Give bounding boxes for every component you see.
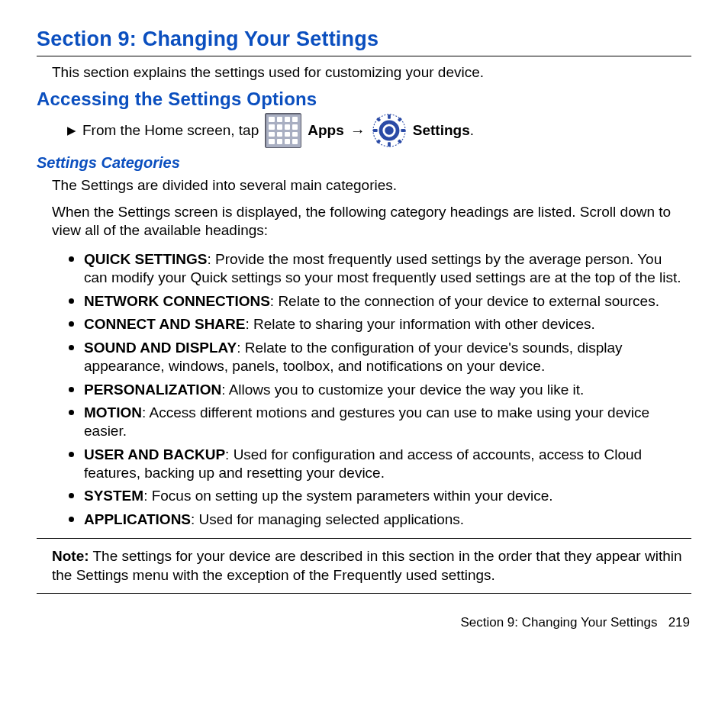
cat-name: QUICK SETTINGS [84,251,208,267]
categories-p2: When the Settings screen is displayed, t… [52,203,691,240]
cat-name: NETWORK CONNECTIONS [84,293,270,309]
svg-rect-5 [388,142,391,147]
categories-list: QUICK SETTINGS: Provide the most frequen… [67,248,691,529]
page-footer: Section 9: Changing Your Settings 219 [37,615,691,630]
settings-label-wrap: Settings. [413,122,474,139]
settings-period: . [470,122,474,138]
svg-rect-8 [376,118,381,122]
settings-gear-icon [372,113,407,148]
list-item: SOUND AND DISPLAY: Relate to the configu… [84,337,684,375]
footer-page-number: 219 [668,615,690,630]
cat-desc: : Access different motions and gestures … [84,404,649,439]
svg-rect-10 [376,139,381,143]
page-container: Section 9: Changing Your Settings This s… [0,0,728,646]
categories-heading: Settings Categories [37,154,691,172]
list-item: APPLICATIONS: Used for managing selected… [84,508,684,529]
cat-name: CONNECT AND SHARE [84,316,245,332]
cat-name: APPLICATIONS [84,511,191,527]
list-item: USER AND BACKUP: Used for configuration … [84,443,684,482]
svg-rect-9 [398,118,402,122]
bullet-triangle-icon: ▶ [67,124,76,137]
section-title: Section 9: Changing Your Settings [37,27,691,51]
list-item: CONNECT AND SHARE: Relate to sharing you… [84,313,684,333]
cat-desc: : Used for managing selected application… [191,511,464,527]
list-item: PERSONALIZATION: Allows you to customize… [84,378,684,399]
footer-section: Section 9: Changing Your Settings [460,615,657,630]
list-item: MOTION: Access different motions and ges… [84,401,684,440]
cat-desc: : Relate to the connection of your devic… [270,293,659,309]
cat-name: PERSONALIZATION [84,382,221,398]
cat-name: USER AND BACKUP [84,446,225,462]
apps-label: Apps [308,122,344,139]
note-block: Note: The settings for your device are d… [37,538,691,594]
step-lead-text: From the Home screen, tap [82,122,259,139]
list-item: QUICK SETTINGS: Provide the most frequen… [84,248,684,287]
step-instruction: ▶ From the Home screen, tap Apps → [67,113,691,148]
svg-rect-11 [398,139,402,143]
list-item: SYSTEM: Focus on setting up the system p… [84,485,684,505]
list-item: NETWORK CONNECTIONS: Relate to the conne… [84,290,684,311]
arrow-right-icon: → [350,122,366,140]
svg-point-3 [385,126,394,135]
cat-desc: : Relate to sharing your information wit… [245,316,594,332]
apps-grid-icon [265,113,301,148]
cat-name: SOUND AND DISPLAY [84,340,237,356]
cat-desc: : Allows you to customize your device th… [221,382,584,398]
cat-name: SYSTEM [84,488,143,504]
svg-rect-4 [388,114,391,119]
categories-p1: The Settings are divided into several ma… [52,176,691,195]
title-divider [37,56,691,56]
cat-desc: : Focus on setting up the system paramet… [143,488,552,504]
intro-text: This section explains the settings used … [52,64,691,81]
settings-label: Settings [413,122,470,138]
svg-rect-7 [401,129,405,132]
note-body: The settings for your device are describ… [52,548,682,584]
cat-name: MOTION [84,404,142,420]
accessing-heading: Accessing the Settings Options [37,89,691,110]
svg-rect-6 [373,129,378,132]
note-label: Note: [52,548,89,564]
